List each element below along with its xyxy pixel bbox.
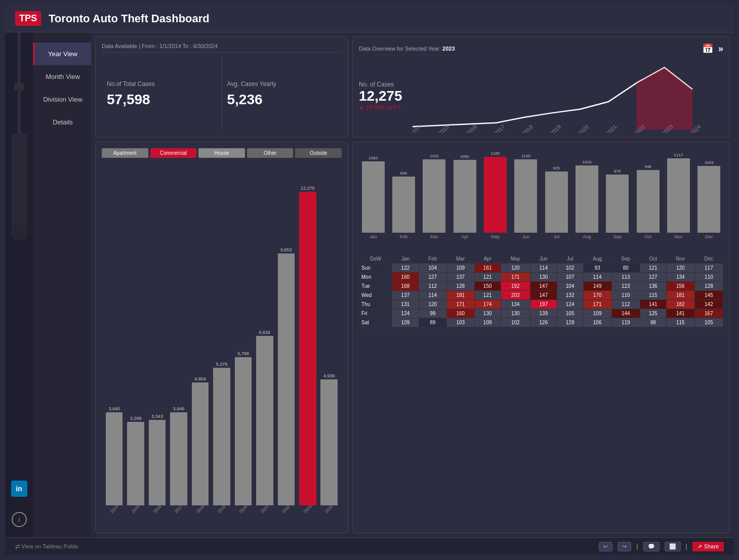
legend-other[interactable]: Other bbox=[247, 148, 294, 158]
info-icon[interactable]: i bbox=[12, 512, 27, 527]
month-bar-rect-Mar[interactable] bbox=[423, 159, 445, 233]
heatmap-cell-Tue-Jul: 104 bbox=[557, 282, 583, 291]
heatmap-cell-Tue-Aug: 149 bbox=[583, 282, 611, 291]
copy-button[interactable]: ⬜ bbox=[665, 542, 681, 551]
nav-item-year-view[interactable]: Year View bbox=[33, 42, 91, 65]
svg-rect-2 bbox=[12, 134, 27, 235]
month-col-Apr: 1092Apr bbox=[450, 148, 479, 239]
month-name-Apr: Apr bbox=[461, 234, 468, 239]
month-bar-label-Feb: 839 bbox=[400, 171, 407, 176]
bar-rect-2021[interactable] bbox=[256, 336, 273, 505]
month-name-Jan: Jan bbox=[370, 234, 377, 239]
heatmap-cell-Sun-Aug: 93 bbox=[583, 264, 611, 273]
heatmap-cell-Tue-Nov: 156 bbox=[666, 282, 694, 291]
app-container: TPS Toronto Auto Theft Dashboard in i Ye… bbox=[0, 0, 739, 560]
month-bar-rect-Jun[interactable] bbox=[514, 159, 537, 233]
month-bar-rect-May[interactable] bbox=[484, 157, 507, 233]
heatmap-cell-Thu-Nov: 182 bbox=[666, 300, 694, 309]
heatmap-cell-Tue-Dec: 128 bbox=[694, 282, 723, 291]
stats-row: No.of Total Cases 57,598 Avg. Cases Year… bbox=[102, 57, 342, 131]
heatmap-col-Nov: Nov bbox=[666, 254, 694, 264]
bar-rect-2015[interactable] bbox=[127, 422, 144, 505]
heatmap-cell-Thu-Sep: 112 bbox=[611, 300, 640, 309]
comment-button[interactable]: 💬 bbox=[643, 542, 660, 551]
heatmap-col-Dec: Dec bbox=[694, 254, 723, 264]
month-bar-rect-Nov[interactable] bbox=[667, 158, 690, 233]
month-bar-label-Jul: 923 bbox=[553, 166, 559, 170]
bar-chart-panel: Apartment Commercial House Other Outside… bbox=[95, 142, 348, 533]
month-bar-rect-Oct[interactable] bbox=[637, 170, 660, 233]
month-bar-rect-Apr[interactable] bbox=[454, 160, 476, 233]
month-name-Mar: Mar bbox=[430, 234, 438, 239]
footer: ⇄ View on Tableau Public ↩ ↪ | 💬 ⬜ | ⇗ S… bbox=[5, 537, 734, 555]
heatmap-cell-Mon-Apr: 121 bbox=[474, 273, 501, 282]
legend-outside[interactable]: Outside bbox=[295, 148, 342, 158]
nav-item-details[interactable]: Details bbox=[33, 111, 91, 134]
month-bar-rect-Feb[interactable] bbox=[392, 177, 415, 233]
month-col-Feb: 839Feb bbox=[389, 148, 418, 239]
heatmap-cell-Sun-Jan: 122 bbox=[392, 264, 419, 273]
legend-apartment[interactable]: Apartment bbox=[102, 148, 148, 158]
heatmap-cell-Wed-Jan: 137 bbox=[392, 291, 419, 300]
month-bar-label-Sep: 878 bbox=[614, 169, 621, 174]
heatmap-col-Mar: Mar bbox=[446, 254, 474, 264]
bar-rect-2019[interactable] bbox=[213, 368, 230, 505]
bar-rect-2017[interactable] bbox=[170, 412, 187, 505]
heatmap-cell-Sat-Apr: 109 bbox=[474, 318, 501, 327]
bar-rect-2018[interactable] bbox=[192, 382, 209, 505]
month-bar-rect-Dec[interactable] bbox=[697, 166, 720, 233]
heatmap-col-Sep: Sep bbox=[611, 254, 640, 264]
heatmap-cell-Thu-Feb: 120 bbox=[419, 300, 446, 309]
bar-year-label-2014: 2014 bbox=[109, 504, 119, 514]
heatmap-cell-Tue-Mar: 128 bbox=[446, 282, 474, 291]
bar-rect-2014[interactable] bbox=[106, 412, 123, 505]
bar-rect-2020[interactable] bbox=[235, 357, 252, 505]
heatmap-col-Oct: Oct bbox=[640, 254, 666, 264]
bar-rect-2022[interactable] bbox=[278, 253, 295, 505]
month-bar-label-Apr: 1092 bbox=[460, 154, 469, 159]
heatmap-cell-Mon-Jun: 130 bbox=[530, 273, 557, 282]
heatmap-cell-Sun-Feb: 104 bbox=[419, 264, 446, 273]
bar-year-label-2023: 2023 bbox=[303, 504, 312, 514]
redo-button[interactable]: ↪ bbox=[618, 542, 631, 551]
svg-text:2021: 2021 bbox=[605, 123, 618, 133]
heatmap-cell-Thu-May: 134 bbox=[501, 300, 530, 309]
month-bar-rect-Jan[interactable] bbox=[362, 161, 385, 233]
data-available-label: Data Available | From : 1/1/2014 To : 6/… bbox=[102, 43, 342, 53]
linkedin-icon[interactable]: in bbox=[11, 481, 27, 497]
month-bar-rect-Jul[interactable] bbox=[545, 171, 568, 233]
dow-label-Mon: Mon bbox=[359, 273, 392, 282]
legend-commercial[interactable]: Commercial bbox=[150, 148, 197, 158]
share-button[interactable]: ⇗ Share bbox=[692, 542, 724, 551]
calendar-icon[interactable]: 📅 bbox=[702, 43, 713, 54]
heatmap-cell-Mon-Dec: 110 bbox=[694, 273, 723, 282]
dow-label-Sun: Sun bbox=[359, 264, 392, 273]
undo-button[interactable]: ↩ bbox=[599, 542, 612, 551]
heatmap-cell-Wed-Dec: 145 bbox=[694, 291, 723, 300]
legend-house[interactable]: House bbox=[198, 148, 245, 158]
bar-rect-2024[interactable] bbox=[320, 379, 338, 505]
heatmap-row: Sun1221041091611201141029380121120117 bbox=[359, 264, 723, 273]
heatmap-cell-Sun-Dec: 117 bbox=[694, 264, 723, 273]
month-col-Aug: 1010Aug bbox=[572, 148, 601, 239]
svg-text:2020: 2020 bbox=[577, 123, 590, 133]
dashboard-area: Data Available | From : 1/1/2014 To : 6/… bbox=[91, 32, 734, 537]
svg-rect-1 bbox=[14, 83, 24, 91]
footer-tableau-link[interactable]: ⇄ View on Tableau Public bbox=[15, 543, 78, 550]
bar-2019: 5,3792019 bbox=[212, 163, 231, 511]
heatmap-cell-Sun-Nov: 120 bbox=[666, 264, 694, 273]
svg-text:2018: 2018 bbox=[521, 123, 534, 133]
month-bar-label-Nov: 1117 bbox=[674, 153, 683, 157]
nav-item-division-view[interactable]: Division View bbox=[33, 88, 91, 111]
bar-year-label-2024: 2024 bbox=[324, 504, 334, 514]
tower-decoration bbox=[9, 32, 29, 336]
nav-item-month-view[interactable]: Month View bbox=[33, 65, 91, 88]
month-bar-rect-Aug[interactable] bbox=[576, 165, 598, 233]
heatmap-cell-Thu-Dec: 142 bbox=[694, 300, 723, 309]
month-bar-rect-Sep[interactable] bbox=[606, 175, 629, 233]
bar-rect-2016[interactable] bbox=[149, 420, 166, 505]
forward-icon[interactable]: » bbox=[718, 44, 723, 54]
heatmap-cell-Sun-Mar: 109 bbox=[446, 264, 474, 273]
bar-rect-2023[interactable] bbox=[299, 192, 316, 505]
bar-2014: 3,6402014 bbox=[104, 163, 124, 511]
